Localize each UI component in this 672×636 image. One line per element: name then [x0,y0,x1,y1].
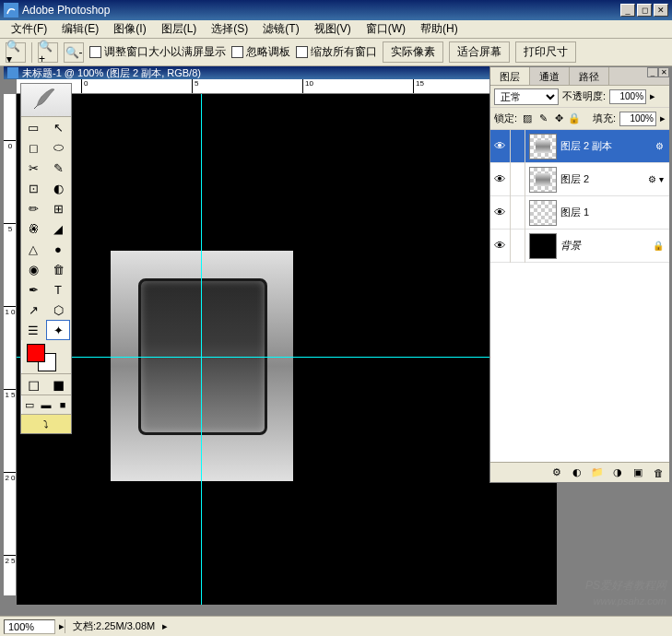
menu-filter[interactable]: 滤镜(T) [255,19,306,39]
layer-thumb[interactable] [529,167,557,193]
link-col[interactable] [511,196,525,230]
fx-badge-icon[interactable]: ⚙ [655,141,664,151]
tool-crop[interactable]: ✂ [21,158,45,178]
lock-transparent-icon[interactable]: ▨ [521,112,534,125]
canvas[interactable] [17,94,557,605]
fill-arrow-icon[interactable]: ▸ [660,112,666,124]
tool-heal[interactable]: ⊡ [21,178,45,198]
guide-vertical[interactable] [201,94,202,605]
tool-stamp[interactable]: ✏ [21,198,45,218]
layer-row[interactable]: 👁 图层 2 副本 ⚙ [490,130,669,163]
layer-thumb[interactable] [529,134,557,159]
menu-layer[interactable]: 图层(L) [154,19,205,39]
fx-badge-icon[interactable]: ⚙ ▾ [648,174,664,184]
zoom-in-icon[interactable]: 🔍+ [38,42,58,63]
tool-zoom[interactable]: ✦ [46,320,70,340]
zoom-all-checkbox[interactable] [296,46,308,58]
close-button[interactable]: ✕ [654,4,668,17]
fit-screen-checkbox[interactable] [89,46,101,58]
menu-window[interactable]: 窗口(W) [359,19,413,39]
tool-marquee[interactable]: ▭ [21,117,45,137]
tool-type[interactable]: 🗑 [46,259,70,279]
eye-icon[interactable]: 👁 [494,139,506,153]
app-title: Adobe Photoshop [22,4,620,17]
menu-select[interactable]: 选择(S) [204,19,255,39]
layer-row[interactable]: 👁 图层 1 [490,196,669,230]
opacity-arrow-icon[interactable]: ▸ [650,90,655,102]
layer-thumb[interactable] [529,200,557,226]
tool-lasso[interactable]: ◻ [21,137,45,158]
actual-pixels-button[interactable]: 实际像素 [383,41,443,63]
eye-icon[interactable]: 👁 [494,172,506,186]
tab-layers[interactable]: 图层 [490,67,530,85]
screen-full-icon[interactable]: ■ [54,395,71,414]
standard-mode-icon[interactable]: ◻ [21,374,46,395]
menu-image[interactable]: 图像(I) [106,19,153,39]
tool-hand[interactable]: ☰ [21,320,45,340]
tool-gradient[interactable]: ◢ [46,218,70,239]
adjustment-layer-icon[interactable]: ◑ [610,465,625,480]
quickmask-mode-icon[interactable]: ◼ [46,374,71,395]
blend-mode-select[interactable]: 正常 [494,88,559,105]
eye-icon[interactable]: 👁 [494,206,506,219]
opacity-input[interactable] [609,89,646,104]
menu-edit[interactable]: 编辑(E) [54,19,106,39]
menu-help[interactable]: 帮助(H) [413,19,466,39]
tool-history[interactable]: ⊞ [46,198,70,218]
lock-label: 锁定: [494,112,517,125]
minimize-button[interactable]: _ [620,4,635,17]
tool-eraser[interactable]: ֍ [21,218,45,239]
layer-mask-icon[interactable]: ◐ [570,465,584,480]
tool-pen[interactable]: ✒ [21,279,45,300]
eye-icon[interactable]: 👁 [494,239,506,253]
ruler-vertical[interactable]: 0 5 1 0 1 5 2 0 2 5 [4,94,17,595]
delete-layer-icon[interactable]: 🗑 [651,465,666,480]
layer-row[interactable]: 👁 图层 2 ⚙ ▾ [490,163,669,196]
screen-standard-icon[interactable]: ▭ [21,395,38,414]
layer-style-icon[interactable]: ⚙ [549,465,564,480]
tool-shape[interactable]: T [46,279,70,300]
screen-full-menu-icon[interactable]: ▬ [38,395,54,414]
ignore-palettes-checkbox[interactable] [231,46,243,58]
link-col[interactable] [511,130,525,163]
panel-close-icon[interactable]: ✕ [658,67,669,77]
tool-wand[interactable]: ⬭ [46,137,70,158]
ignore-palettes-label: 忽略调板 [246,44,290,60]
zoom-out-icon[interactable]: 🔍- [64,42,84,63]
tab-paths[interactable]: 路径 [570,67,609,85]
link-col[interactable] [511,163,525,196]
tool-notes[interactable]: ↗ [21,300,45,320]
maximize-button[interactable]: ◻ [637,4,652,17]
tab-channels[interactable]: 通道 [530,67,570,85]
link-col[interactable] [511,230,525,263]
lock-all-icon[interactable]: 🔒 [568,112,581,125]
ruler-horizontal[interactable]: 0 5 10 15 20 [17,79,558,94]
menu-view[interactable]: 视图(V) [307,19,359,39]
layer-set-icon[interactable]: 📁 [590,465,605,480]
tool-slice[interactable]: ✎ [46,158,70,178]
tool-eyedropper[interactable]: ⬡ [46,300,70,320]
tool-dodge[interactable]: ● [46,239,70,259]
foreground-color[interactable] [27,344,45,362]
layer-thumb[interactable] [529,233,557,259]
jump-to-imageready-icon[interactable]: ⤵ [21,415,71,433]
menu-file[interactable]: 文件(F) [4,19,54,39]
zoom-input[interactable]: 100% [4,619,55,634]
tool-blur[interactable]: △ [21,239,45,259]
panel-minimize-icon[interactable]: _ [647,67,658,77]
layer-row[interactable]: 👁 背景 🔒 [490,230,669,263]
status-menu-icon[interactable]: ▸ [162,620,168,632]
new-layer-icon[interactable]: ▣ [631,465,645,480]
lock-position-icon[interactable]: ✥ [552,112,565,125]
panel-tabs: 图层 通道 路径 _ ✕ [490,67,669,86]
tool-preset-icon[interactable]: 🔍▾ [6,42,26,63]
lock-pixels-icon[interactable]: ✎ [536,112,549,125]
watermark-text: PS爱好者教程网 [585,578,666,594]
tool-brush[interactable]: ◐ [46,178,70,198]
fill-input[interactable] [619,112,656,126]
tool-move[interactable]: ↖ [46,117,70,137]
print-size-button[interactable]: 打印尺寸 [515,41,576,63]
guide-horizontal[interactable] [17,357,557,358]
tool-path[interactable]: ◉ [21,259,45,279]
fit-on-screen-button[interactable]: 适合屏幕 [449,41,510,63]
